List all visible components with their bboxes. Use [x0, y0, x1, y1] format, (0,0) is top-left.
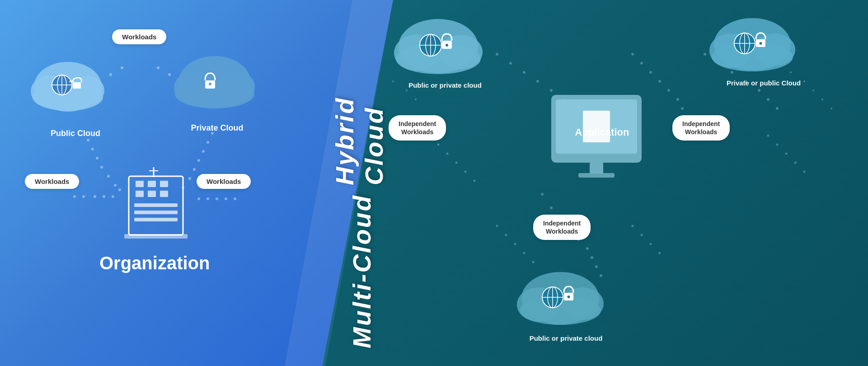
ind-workloads-pill-bottom: IndependentWorkloads	[533, 215, 591, 240]
hybrid-cloud-label-container: Hybrid Cloud	[307, 18, 411, 185]
svg-point-13	[681, 107, 684, 110]
svg-point-68	[197, 159, 200, 162]
svg-point-54	[632, 225, 634, 227]
svg-point-86	[112, 195, 114, 198]
svg-point-7	[631, 53, 634, 56]
svg-point-28	[595, 265, 598, 268]
application-label: Application	[574, 127, 630, 138]
organization-label: Organization	[99, 253, 199, 273]
svg-point-35	[474, 180, 476, 182]
multi-cloud-text: Multi-Cloud	[347, 194, 376, 348]
svg-point-67	[202, 150, 205, 153]
svg-point-90	[225, 197, 227, 200]
svg-point-89	[216, 197, 218, 200]
svg-point-56	[650, 243, 652, 245]
svg-point-48	[830, 108, 832, 109]
svg-point-82	[73, 195, 76, 198]
svg-point-69	[193, 168, 196, 171]
svg-point-74	[98, 80, 101, 83]
svg-point-55	[641, 234, 643, 236]
svg-point-57	[659, 252, 661, 254]
svg-point-18	[758, 89, 760, 92]
svg-point-16	[731, 71, 733, 74]
svg-point-77	[157, 66, 160, 69]
svg-point-0	[496, 53, 498, 56]
svg-point-19	[767, 98, 769, 101]
workloads-pill-top: Workloads	[112, 29, 166, 44]
svg-point-3	[536, 80, 539, 83]
svg-point-79	[179, 79, 182, 82]
svg-point-81	[197, 92, 200, 94]
svg-point-33	[455, 162, 458, 164]
svg-point-31	[437, 144, 440, 146]
svg-point-32	[446, 153, 449, 155]
workloads-pill-right: Workloads	[197, 174, 251, 189]
svg-point-46	[812, 89, 814, 91]
svg-point-61	[100, 166, 103, 169]
svg-point-66	[206, 141, 209, 144]
svg-point-11	[667, 89, 670, 92]
svg-point-70	[188, 177, 191, 180]
svg-point-58	[87, 139, 89, 141]
svg-point-40	[803, 171, 806, 173]
svg-point-27	[591, 256, 593, 259]
svg-point-84	[94, 195, 96, 198]
svg-point-80	[188, 85, 191, 88]
svg-point-53	[532, 261, 535, 263]
svg-point-63	[114, 184, 117, 187]
svg-point-49	[496, 225, 498, 227]
private-or-public-cloud-label: Private or public Cloud	[721, 79, 807, 87]
svg-point-26	[586, 247, 589, 250]
svg-point-2	[523, 71, 525, 74]
svg-point-64	[118, 188, 121, 191]
svg-point-59	[91, 148, 94, 150]
svg-point-60	[96, 157, 99, 160]
svg-point-37	[776, 144, 779, 146]
svg-point-14	[704, 53, 706, 56]
public-or-private-cloud-label-1: Public or private cloud	[404, 81, 486, 89]
svg-point-4	[550, 89, 553, 92]
svg-point-8	[640, 62, 643, 65]
svg-point-38	[785, 153, 788, 155]
multi-cloud-label-container: Multi-Cloud	[312, 190, 411, 352]
svg-point-87	[197, 197, 200, 200]
diagram-container: Public Cloud Private Cloud Organization …	[0, 0, 868, 366]
svg-point-39	[794, 162, 797, 164]
svg-point-36	[767, 135, 769, 137]
svg-point-62	[107, 175, 110, 178]
svg-point-76	[82, 96, 85, 99]
svg-point-29	[600, 274, 602, 277]
public-cloud-label: Public Cloud	[37, 129, 114, 138]
svg-point-15	[717, 62, 720, 65]
svg-point-52	[523, 252, 525, 254]
svg-point-85	[103, 195, 105, 198]
svg-point-5	[563, 98, 566, 101]
public-or-private-cloud-label-2: Public or private cloud	[524, 334, 608, 342]
svg-point-51	[514, 243, 516, 245]
svg-point-91	[234, 197, 236, 200]
svg-point-71	[182, 186, 184, 189]
svg-point-83	[82, 195, 85, 198]
svg-point-20	[776, 107, 779, 110]
svg-point-34	[464, 171, 467, 173]
private-cloud-label: Private Cloud	[175, 123, 259, 133]
ind-workloads-pill-right: IndependentWorkloads	[672, 115, 730, 141]
svg-point-6	[577, 107, 580, 110]
svg-point-1	[509, 62, 512, 65]
svg-point-44	[790, 71, 792, 73]
svg-point-78	[168, 73, 171, 76]
svg-point-12	[676, 98, 679, 101]
svg-point-88	[206, 197, 209, 200]
svg-point-75	[89, 89, 92, 92]
svg-point-43	[415, 99, 417, 100]
svg-point-72	[121, 66, 123, 69]
svg-point-73	[109, 73, 112, 76]
svg-point-22	[550, 206, 553, 209]
workloads-pill-left: Workloads	[25, 174, 79, 189]
svg-point-10	[658, 80, 661, 83]
hybrid-cloud-text: Hybrid Cloud	[330, 18, 389, 185]
svg-point-47	[821, 99, 823, 100]
svg-point-21	[541, 193, 544, 196]
svg-point-50	[505, 234, 507, 236]
svg-point-9	[649, 71, 652, 74]
